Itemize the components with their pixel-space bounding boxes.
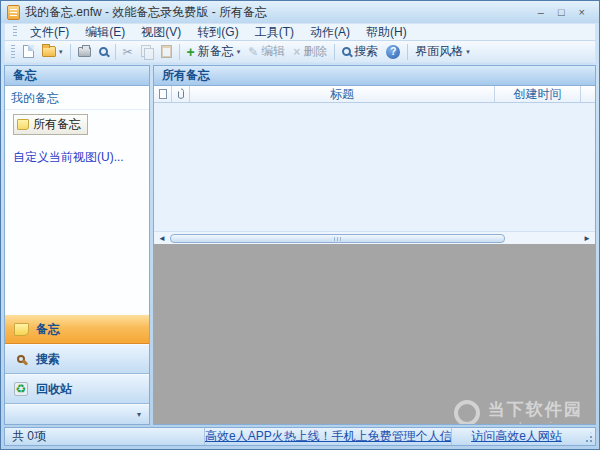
- preview-pane: 当下软件园 www.downxia.com: [154, 244, 595, 424]
- toolbar-separator: [334, 44, 335, 60]
- search-label: 搜索: [354, 43, 378, 60]
- open-file-button[interactable]: ▾: [38, 42, 67, 62]
- menu-edit[interactable]: 编辑(E): [78, 23, 132, 42]
- content-area: 备忘 我的备忘 所有备忘 自定义当前视图(U)... 备忘 搜索: [4, 65, 596, 425]
- nav-recycle-button[interactable]: ♻ 回收站: [5, 374, 149, 404]
- toolbar-separator: [179, 44, 180, 60]
- preview-icon: [99, 47, 108, 56]
- new-file-button[interactable]: [19, 42, 38, 62]
- column-title[interactable]: 标题: [190, 86, 495, 102]
- watermark-url: www.downxia.com: [488, 421, 585, 424]
- nav-memos-button[interactable]: 备忘: [5, 314, 149, 344]
- edit-memo-button[interactable]: ✎ 编辑: [244, 42, 289, 62]
- customize-view-link[interactable]: 自定义当前视图(U)...: [13, 149, 149, 166]
- minimize-button[interactable]: –: [538, 7, 544, 18]
- window-title: 我的备忘.enfw - 效能备忘录免费版 - 所有备忘: [25, 4, 267, 21]
- resize-grip[interactable]: [581, 431, 593, 443]
- chevron-down-icon: ▾: [466, 48, 470, 56]
- menu-tools[interactable]: 工具(T): [248, 23, 301, 42]
- table-header: 标题 创建时间: [154, 86, 595, 103]
- menu-grip-handle[interactable]: [13, 26, 17, 38]
- search-icon: [13, 352, 29, 366]
- memo-tree: 我的备忘 所有备忘 自定义当前视图(U)...: [5, 86, 149, 314]
- watermark: 当下软件园 www.downxia.com: [454, 398, 585, 424]
- ui-style-button[interactable]: 界面风格 ▾: [411, 42, 474, 62]
- print-preview-button[interactable]: [95, 42, 112, 62]
- status-bar: 共 0项 高效e人APP火热上线！手机上免费管理个人信息，赶紧试试吧！ 访问高效…: [4, 427, 596, 446]
- maximize-button[interactable]: □: [558, 7, 565, 18]
- menu-file[interactable]: 文件(F): [23, 23, 76, 42]
- nav-label: 回收站: [36, 381, 72, 398]
- edit-label: 编辑: [261, 43, 285, 60]
- chevron-down-icon: ▾: [137, 410, 141, 419]
- tree-item-all-memos[interactable]: 所有备忘: [13, 114, 88, 135]
- column-attachment[interactable]: [172, 86, 190, 102]
- note-icon: [17, 119, 29, 130]
- print-button[interactable]: [74, 42, 95, 62]
- delete-memo-button[interactable]: × 删除: [289, 42, 331, 62]
- pencil-icon: ✎: [248, 45, 258, 59]
- app-window: 我的备忘.enfw - 效能备忘录免费版 - 所有备忘 – □ × 文件(F) …: [0, 0, 600, 450]
- paste-icon: [161, 45, 172, 58]
- watermark-name: 当下软件园: [488, 398, 585, 421]
- new-memo-label: 新备忘: [198, 43, 234, 60]
- column-created[interactable]: 创建时间: [495, 86, 581, 102]
- help-icon: ?: [386, 45, 400, 59]
- printer-icon: [78, 47, 91, 57]
- nav-label: 搜索: [36, 351, 60, 368]
- main-panel: 所有备忘 标题 创建时间 ◄ ► 当: [153, 65, 596, 425]
- sidebar-nav: 备忘 搜索 ♻ 回收站 ▾: [5, 314, 149, 424]
- nav-label: 备忘: [36, 321, 60, 338]
- scroll-left-icon[interactable]: ◄: [156, 234, 168, 243]
- menu-goto[interactable]: 转到(G): [190, 23, 245, 42]
- memo-note-icon: [13, 322, 29, 336]
- delete-x-icon: ×: [293, 45, 300, 59]
- main-header: 所有备忘: [154, 66, 595, 86]
- search-button[interactable]: 搜索: [338, 42, 382, 62]
- ui-style-label: 界面风格: [415, 43, 463, 60]
- copy-button[interactable]: [137, 42, 157, 62]
- close-button[interactable]: ×: [579, 7, 585, 18]
- title-bar[interactable]: 我的备忘.enfw - 效能备忘录免费版 - 所有备忘 – □ ×: [1, 1, 599, 23]
- column-spare[interactable]: [581, 86, 595, 102]
- menu-help[interactable]: 帮助(H): [359, 23, 414, 42]
- menu-bar: 文件(F) 编辑(E) 视图(V) 转到(G) 工具(T) 动作(A) 帮助(H…: [4, 23, 596, 41]
- sidebar: 备忘 我的备忘 所有备忘 自定义当前视图(U)... 备忘 搜索: [4, 65, 150, 425]
- promo-link[interactable]: 高效e人APP火热上线！手机上免费管理个人信息，赶紧试试吧！: [205, 428, 451, 445]
- scrollbar-thumb[interactable]: [170, 234, 505, 243]
- website-link[interactable]: 访问高效e人网站: [451, 428, 581, 445]
- delete-label: 删除: [303, 43, 327, 60]
- app-icon: [7, 5, 20, 20]
- paste-button[interactable]: [157, 42, 176, 62]
- item-count: 共 0项: [5, 428, 205, 445]
- sidebar-header: 备忘: [5, 66, 149, 86]
- new-memo-button[interactable]: + 新备忘 ▾: [183, 42, 245, 62]
- toolbar-separator: [115, 44, 116, 60]
- tree-root-my-memos[interactable]: 我的备忘: [5, 88, 149, 110]
- watermark-logo-icon: [454, 400, 480, 424]
- toolbar-grip-handle[interactable]: [11, 45, 15, 59]
- copy-icon: [141, 45, 153, 58]
- column-doc-type[interactable]: [154, 86, 172, 102]
- tree-item-label: 所有备忘: [33, 116, 81, 133]
- scroll-right-icon[interactable]: ►: [581, 234, 593, 243]
- search-icon: [342, 47, 351, 56]
- menu-actions[interactable]: 动作(A): [303, 23, 357, 42]
- nav-search-button[interactable]: 搜索: [5, 344, 149, 374]
- paperclip-icon: [177, 88, 185, 100]
- menu-view[interactable]: 视图(V): [134, 23, 188, 42]
- new-file-icon: [23, 45, 34, 58]
- chevron-down-icon: ▾: [59, 48, 63, 56]
- plus-icon: +: [187, 44, 195, 60]
- recycle-bin-icon: ♻: [13, 382, 29, 396]
- window-controls: – □ ×: [538, 7, 593, 18]
- help-button[interactable]: ?: [382, 42, 404, 62]
- toolbar: ▾ ✂ + 新备忘 ▾ ✎ 编辑 × 删除 搜索 ? 界面风格 ▾: [4, 41, 596, 63]
- horizontal-scrollbar[interactable]: ◄ ►: [154, 231, 595, 244]
- document-icon: [159, 89, 167, 99]
- cut-button[interactable]: ✂: [119, 42, 137, 62]
- chevron-down-icon: ▾: [237, 48, 241, 56]
- memo-list[interactable]: [154, 103, 595, 231]
- toolbar-separator: [70, 44, 71, 60]
- nav-overflow-bar[interactable]: ▾: [5, 404, 149, 424]
